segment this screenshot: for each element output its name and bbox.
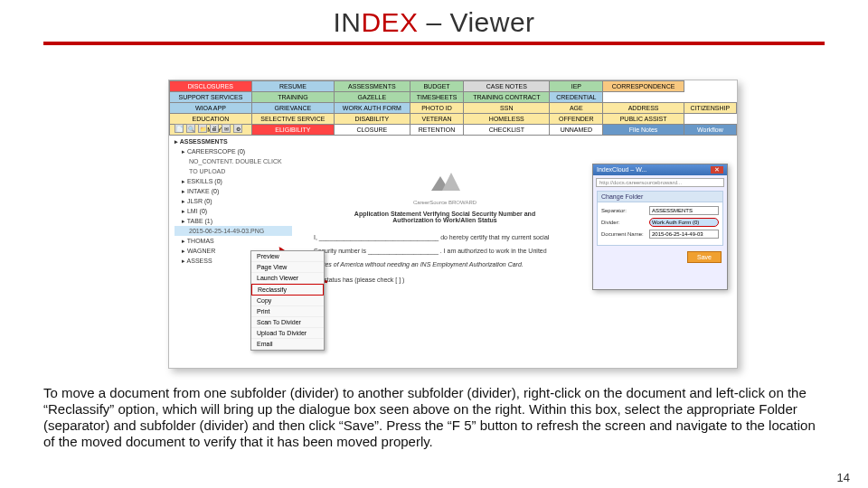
doc-heading-2: Authorization to Work/Alien Status xyxy=(314,217,576,223)
tab-public-assist[interactable]: PUBLIC ASSIST xyxy=(603,114,684,125)
tab-timesheets[interactable]: TIMESHEETS xyxy=(410,92,464,103)
menu-page-view[interactable]: Page View xyxy=(251,262,324,273)
tree-item[interactable]: ▸ CAREERSCOPE (0) xyxy=(175,146,292,156)
doc-heading-1: Application Statement Verifying Social S… xyxy=(314,211,576,217)
doc-line: Security number is ____________________ … xyxy=(314,248,576,254)
tab-credential[interactable]: CREDENTIAL xyxy=(550,92,603,103)
tab-gazelle[interactable]: GAZELLE xyxy=(334,92,410,103)
tab-checklist[interactable]: CHECKLIST xyxy=(464,125,550,136)
menu-reclassify[interactable]: Reclassify xyxy=(251,284,324,296)
tree-sub-item[interactable]: 2015-06-25-14-49-03.PNG xyxy=(175,226,292,236)
menu-upload-to-divider[interactable]: Upload To Divider xyxy=(251,328,324,339)
tab-wioa-app[interactable]: WIOA APP xyxy=(170,103,252,114)
tab-work-auth-form[interactable]: WORK AUTH FORM xyxy=(334,103,410,114)
dialog-url: http://docs.careersourcebroward... xyxy=(596,178,724,187)
field-label: Document Name: xyxy=(601,231,646,237)
toolbar-icon[interactable]: 📄 xyxy=(175,124,184,133)
tree-item[interactable]: ▸ LMI (0) xyxy=(175,206,292,216)
tab-budget[interactable]: BUDGET xyxy=(410,81,464,92)
menu-copy[interactable]: Copy xyxy=(251,296,324,306)
tab-education[interactable]: EDUCATION xyxy=(170,114,252,125)
toolbar: 📄 🔍 📁 🖨 ✉ ⚙ xyxy=(175,124,355,135)
tab-correspondence[interactable]: CORRESPONDENCE xyxy=(603,81,684,92)
tab-address[interactable]: ADDRESS xyxy=(603,103,684,114)
title-dash: – xyxy=(419,7,450,37)
tab-citizenship[interactable]: CITIZENSHIP xyxy=(684,103,736,114)
menu-print[interactable]: Print xyxy=(251,306,324,317)
tree-item[interactable]: ▸ ESKILLS (0) xyxy=(175,176,292,186)
menu-preview[interactable]: Preview xyxy=(251,251,324,262)
dialog-title: IndexCloud – W... xyxy=(597,166,646,174)
tab-veteran[interactable]: VETERAN xyxy=(410,114,464,125)
tree-item[interactable]: ▸ TABE (1) xyxy=(175,216,292,226)
tab-iep[interactable]: IEP xyxy=(550,81,603,92)
tab-unnamed[interactable]: UNNAMED xyxy=(550,125,603,136)
tab-assessments[interactable]: ASSESSMENTS xyxy=(334,81,410,92)
toolbar-icon[interactable]: 🔍 xyxy=(186,124,195,133)
tab-selective-service[interactable]: SELECTIVE SERVICE xyxy=(251,114,334,125)
app-screenshot: DISCLOSURESRESUMEASSESSMENTSBUDGETCASE N… xyxy=(168,80,738,369)
page-number: 14 xyxy=(837,471,850,484)
title-viewer: Viewer xyxy=(449,7,534,37)
menu-email[interactable]: Email xyxy=(251,339,324,350)
reclassify-dialog: IndexCloud – W... ✕ http://docs.careerso… xyxy=(592,164,728,290)
field-input[interactable]: 2015-06-25-14-49-03 xyxy=(649,230,719,239)
toolbar-icon[interactable]: ⚙ xyxy=(233,124,242,133)
title-dex: DEX xyxy=(361,7,418,37)
toolbar-icon[interactable]: 🖨 xyxy=(210,124,219,133)
toolbar-icon[interactable]: ✉ xyxy=(222,124,231,133)
tab-disclosures[interactable]: DISCLOSURES xyxy=(170,81,252,92)
tab-support-services[interactable]: SUPPORT SERVICES xyxy=(170,92,252,103)
field-label: Separator: xyxy=(601,208,646,213)
logo-text: CareerSource BROWARD xyxy=(314,200,576,205)
tab-file-notes[interactable]: File Notes xyxy=(603,125,684,136)
dialog-titlebar: IndexCloud – W... ✕ xyxy=(593,164,727,175)
slide-title: INDEX – Viewer xyxy=(0,7,868,38)
toolbar-icon[interactable]: 📁 xyxy=(198,124,207,133)
document-preview: CareerSource BROWARD Application Stateme… xyxy=(314,171,576,283)
field-input[interactable]: ASSESSMENTS xyxy=(649,206,719,215)
title-in: IN xyxy=(333,7,361,37)
tab-retention[interactable]: RETENTION xyxy=(410,125,464,136)
field-label: Divider: xyxy=(601,220,646,225)
menu-launch-viewer[interactable]: Launch Viewer xyxy=(251,273,324,284)
doc-line: I, __________________________________ do… xyxy=(314,234,576,240)
instruction-text: To move a document from one subfolder (d… xyxy=(43,385,825,450)
tab-disability[interactable]: DISABILITY xyxy=(334,114,410,125)
tree-sub-item[interactable]: NO_CONTENT. DOUBLE CLICK TO UPLOAD xyxy=(175,156,292,176)
logo-careersource xyxy=(422,171,467,194)
dialog-section-title: Change Folder xyxy=(598,192,722,202)
tab-homeless[interactable]: HOMELESS xyxy=(464,114,550,125)
tab-case-notes[interactable]: CASE NOTES xyxy=(464,81,550,92)
tree-item[interactable]: ▸ JLSR (0) xyxy=(175,196,292,206)
tab-workflow[interactable]: Workflow xyxy=(684,125,736,136)
save-button[interactable]: Save xyxy=(687,251,722,263)
context-menu[interactable]: PreviewPage ViewLaunch ViewerReclassifyC… xyxy=(250,250,325,351)
tab-photo-id[interactable]: PHOTO ID xyxy=(410,103,464,114)
close-icon[interactable]: ✕ xyxy=(711,166,723,174)
tab-offender[interactable]: OFFENDER xyxy=(550,114,603,125)
svg-marker-1 xyxy=(442,173,460,191)
tab-training[interactable]: TRAINING xyxy=(251,92,334,103)
field-input[interactable]: Work Auth Form (0) xyxy=(649,218,719,227)
tree-item[interactable]: ▸ INTAKE (0) xyxy=(175,186,292,196)
doc-line: My status has (please check [ ] ) xyxy=(314,277,576,283)
tab-age[interactable]: AGE xyxy=(550,103,603,114)
tab-training-contract[interactable]: TRAINING CONTRACT xyxy=(464,92,550,103)
menu-scan-to-divider[interactable]: Scan To Divider xyxy=(251,317,324,328)
tab-grievance[interactable]: GRIEVANCE xyxy=(251,103,334,114)
tab-resume[interactable]: RESUME xyxy=(251,81,334,92)
title-divider xyxy=(43,42,825,45)
doc-line: States of America without needing an INS… xyxy=(314,261,576,267)
tab-ssn[interactable]: SSN xyxy=(464,103,550,114)
